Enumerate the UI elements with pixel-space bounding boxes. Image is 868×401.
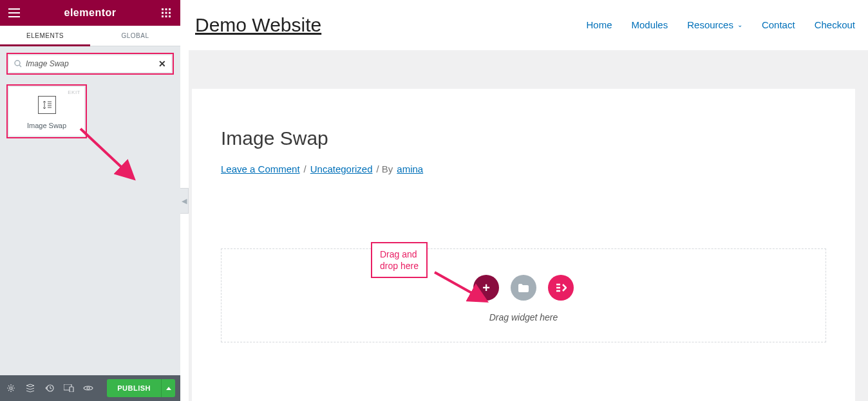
publish-button[interactable]: PUBLISH <box>107 379 161 397</box>
nav-home[interactable]: Home <box>587 19 612 30</box>
widget-label: Image Swap <box>27 122 66 129</box>
widget-list: EKIT Image Swap <box>0 81 180 142</box>
svg-rect-7 <box>165 15 167 17</box>
meta-by: / By <box>376 163 393 174</box>
svg-rect-13 <box>70 387 73 392</box>
apps-icon[interactable] <box>158 5 174 21</box>
search-box: ✕ <box>8 55 172 73</box>
sidebar-header: elementor <box>0 0 180 26</box>
svg-rect-4 <box>165 12 167 14</box>
svg-rect-5 <box>169 12 171 14</box>
preview-icon[interactable] <box>82 382 94 394</box>
widget-image-swap[interactable]: EKIT Image Swap <box>9 87 84 136</box>
responsive-icon[interactable] <box>63 382 75 394</box>
search-highlight: ✕ <box>6 53 174 75</box>
leave-comment-link[interactable]: Leave a Comment <box>221 163 300 174</box>
sidebar-footer: PUBLISH <box>0 375 180 401</box>
menu-icon[interactable] <box>6 5 22 21</box>
post-meta: Leave a Comment / Uncategorized / By ami… <box>221 163 826 174</box>
drop-actions: + <box>473 275 574 301</box>
site-header: Demo Website Home Modules Resources ⌄ Co… <box>189 0 868 50</box>
search-input[interactable] <box>26 59 158 68</box>
author-link[interactable]: amina <box>397 163 423 174</box>
site-title[interactable]: Demo Website <box>195 14 321 36</box>
svg-rect-6 <box>162 15 164 17</box>
clear-search-icon[interactable]: ✕ <box>158 59 166 69</box>
preview-pane: Demo Website Home Modules Resources ⌄ Co… <box>189 0 868 401</box>
add-section-button[interactable]: + <box>473 275 499 301</box>
nav-resources-label: Resources <box>687 19 733 30</box>
widget-highlight: EKIT Image Swap <box>6 84 87 138</box>
nav-modules[interactable]: Modules <box>632 19 668 30</box>
publish-caret-button[interactable] <box>161 379 175 397</box>
search-icon <box>14 60 22 68</box>
svg-point-10 <box>10 387 12 389</box>
template-library-button[interactable] <box>511 275 536 301</box>
drop-hint: Drag widget here <box>489 312 558 322</box>
publish-group: PUBLISH <box>107 379 175 397</box>
image-swap-icon <box>38 96 56 114</box>
collapse-sidebar-handle[interactable]: ◀ <box>180 188 189 214</box>
widget-badge: EKIT <box>68 89 80 95</box>
meta-separator: / <box>304 163 307 174</box>
svg-rect-2 <box>169 8 171 10</box>
svg-point-9 <box>15 61 20 66</box>
svg-rect-8 <box>169 15 171 17</box>
history-icon[interactable] <box>44 382 55 394</box>
nav-checkout[interactable]: Checkout <box>815 19 855 30</box>
main-nav: Home Modules Resources ⌄ Contact Checkou… <box>587 19 856 30</box>
settings-icon[interactable] <box>5 382 17 394</box>
navigator-icon[interactable] <box>24 382 36 394</box>
drop-zone[interactable]: + Drag widget here <box>221 248 826 342</box>
nav-contact[interactable]: Contact <box>762 19 795 30</box>
page-title: Image Swap <box>221 127 826 149</box>
elementor-sidebar: elementor ELEMENTS GLOBAL ✕ EKIT <box>0 0 180 401</box>
chevron-down-icon: ⌄ <box>737 21 742 28</box>
svg-rect-1 <box>165 8 167 10</box>
svg-rect-0 <box>162 8 164 10</box>
svg-rect-3 <box>162 12 164 14</box>
elementskit-button[interactable] <box>548 275 574 301</box>
brand-label: elementor <box>22 7 158 19</box>
page-background: Image Swap Leave a Comment / Uncategoriz… <box>189 50 868 401</box>
tab-global[interactable]: GLOBAL <box>90 26 180 46</box>
nav-resources[interactable]: Resources ⌄ <box>687 19 742 30</box>
content-card: Image Swap Leave a Comment / Uncategoriz… <box>192 89 855 401</box>
category-link[interactable]: Uncategorized <box>310 163 373 174</box>
sidebar-tabs: ELEMENTS GLOBAL <box>0 26 180 46</box>
tab-elements[interactable]: ELEMENTS <box>0 26 90 46</box>
svg-point-14 <box>87 387 90 389</box>
